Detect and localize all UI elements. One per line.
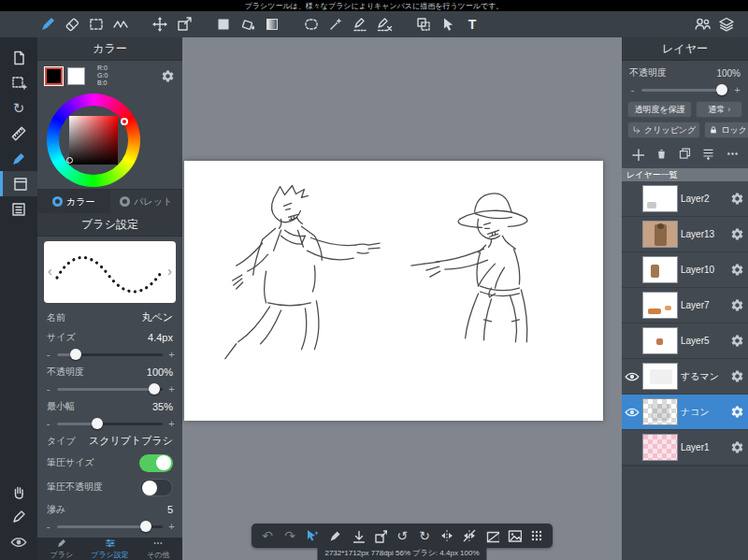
size-minus[interactable]: - xyxy=(45,349,51,360)
layer-settings-gear-icon[interactable] xyxy=(730,405,744,419)
next-brush-chevron[interactable]: › xyxy=(167,264,172,279)
rotate-ccw-button[interactable]: ↺ xyxy=(391,524,413,548)
blend-mode-button[interactable]: 通常 › xyxy=(696,101,742,118)
stylus-settings-button[interactable] xyxy=(0,504,37,529)
layer-opacity-slider[interactable] xyxy=(641,89,728,92)
layer-row-layer7[interactable]: Layer7 xyxy=(622,288,748,323)
opacity-minus[interactable]: - xyxy=(45,383,51,395)
tab-other[interactable]: その他 xyxy=(134,538,182,560)
export-canvas-button[interactable] xyxy=(172,13,196,36)
layer-settings-gear-icon[interactable] xyxy=(730,227,744,241)
layer-settings-gear-icon[interactable] xyxy=(730,334,744,348)
layer-opacity-plus[interactable]: + xyxy=(734,84,741,95)
min-width-slider[interactable] xyxy=(57,423,163,425)
flip-horizontal-button[interactable] xyxy=(436,524,458,548)
bleed-plus[interactable]: + xyxy=(168,521,175,532)
collaboration-button[interactable] xyxy=(690,13,714,36)
sv-indicator[interactable] xyxy=(66,157,73,164)
material-panel-button[interactable] xyxy=(0,196,37,222)
saturation-value-square[interactable] xyxy=(69,116,118,165)
size-plus[interactable]: + xyxy=(168,349,175,360)
clipping-button[interactable]: クリッピング xyxy=(627,122,700,138)
drawing-canvas[interactable] xyxy=(184,161,603,421)
flip-disabled-button[interactable] xyxy=(458,524,481,548)
text-tool-button[interactable]: T xyxy=(460,13,484,36)
brush-preview[interactable]: ‹ › xyxy=(44,241,176,303)
minwidth-plus[interactable]: + xyxy=(168,418,175,429)
minwidth-minus[interactable]: - xyxy=(45,418,51,429)
layer-row-layer13[interactable]: Layer13 xyxy=(622,217,748,252)
color-panel-button[interactable] xyxy=(0,171,37,196)
pen-quick-button[interactable] xyxy=(324,524,346,548)
save-button[interactable] xyxy=(346,524,368,548)
bleed-minus[interactable]: - xyxy=(45,521,51,532)
export-quick-button[interactable] xyxy=(368,524,391,548)
layer-row-layer5[interactable]: Layer5 xyxy=(622,323,748,359)
add-layer-icon[interactable] xyxy=(630,147,644,161)
visibility-eye-icon[interactable] xyxy=(624,405,640,420)
gradient-tool-button[interactable] xyxy=(260,13,284,36)
delete-layer-icon[interactable] xyxy=(654,147,669,161)
new-canvas-button[interactable] xyxy=(0,45,37,70)
transform-tool-button[interactable] xyxy=(411,13,436,36)
select-expand-button[interactable] xyxy=(0,70,37,95)
tab-brush-settings[interactable]: ブラシ設定 xyxy=(86,538,135,560)
lock-button[interactable]: ロック xyxy=(704,122,748,138)
tab-brush[interactable]: ブラシ xyxy=(37,538,86,560)
pressure-size-toggle[interactable] xyxy=(139,454,173,472)
layer-settings-gear-icon[interactable] xyxy=(730,298,744,312)
color-wheel[interactable] xyxy=(47,93,140,187)
more-options-icon[interactable] xyxy=(726,147,740,161)
material-image-button[interactable] xyxy=(503,524,525,548)
hand-tool-button[interactable] xyxy=(0,479,37,504)
opacity-plus[interactable]: + xyxy=(168,383,175,395)
move-tool-button[interactable] xyxy=(148,13,172,36)
operation-select-tool-button[interactable] xyxy=(436,13,460,36)
select-pen-tool-button[interactable] xyxy=(348,13,372,36)
layer-settings-gear-icon[interactable] xyxy=(730,192,744,206)
eraser-tool-button[interactable] xyxy=(60,13,84,36)
fill-rect-tool-button[interactable] xyxy=(211,13,236,36)
undo-button[interactable]: ↶ xyxy=(256,524,279,548)
prev-brush-chevron[interactable]: ‹ xyxy=(48,264,52,279)
brush-opacity-slider[interactable] xyxy=(57,388,163,391)
protect-alpha-button[interactable]: 透明度を保護 xyxy=(627,101,692,118)
redo-button[interactable]: ↷ xyxy=(279,524,301,548)
bleed-slider[interactable] xyxy=(57,525,163,528)
brush-tool-button[interactable] xyxy=(36,13,60,36)
layer-row-layer10[interactable]: Layer10 xyxy=(622,252,748,288)
layer-opacity-minus[interactable]: - xyxy=(629,84,636,95)
brush-size-slider[interactable] xyxy=(57,353,163,356)
lasso-select-tool-button[interactable] xyxy=(299,13,324,36)
preview-eye-button[interactable] xyxy=(0,529,37,554)
layer-settings-gear-icon[interactable] xyxy=(730,440,744,454)
tab-palette[interactable]: パレット xyxy=(110,190,183,213)
hue-indicator[interactable] xyxy=(121,118,128,125)
rotate-cw-button[interactable]: ↻ xyxy=(413,524,436,548)
layer-settings-gear-icon[interactable] xyxy=(730,369,744,383)
layer-row-nakon-selected[interactable]: ナコン xyxy=(622,395,748,430)
brush-panel-button[interactable] xyxy=(0,146,37,171)
grid-snap-button[interactable] xyxy=(525,524,548,548)
visibility-eye-icon[interactable] xyxy=(624,369,640,384)
layer-row-suruman[interactable]: するマン xyxy=(622,359,748,395)
layers-panel-toggle-button[interactable] xyxy=(714,13,739,36)
pressure-opacity-toggle[interactable] xyxy=(139,479,173,496)
clear-canvas-button[interactable] xyxy=(481,524,503,548)
duplicate-layer-icon[interactable] xyxy=(678,147,692,161)
snap-tool-button[interactable] xyxy=(301,524,324,548)
rect-select-tool-button[interactable] xyxy=(84,13,108,36)
merge-layer-icon[interactable] xyxy=(701,147,715,161)
magic-wand-tool-button[interactable] xyxy=(324,13,348,36)
select-eraser-tool-button[interactable] xyxy=(372,13,396,36)
layer-settings-gear-icon[interactable] xyxy=(730,263,744,277)
reset-view-button[interactable]: ↻ xyxy=(0,95,37,121)
tab-color[interactable]: カラー xyxy=(37,190,110,213)
primary-color-swatch[interactable] xyxy=(45,67,63,85)
ruler-button[interactable] xyxy=(0,121,37,146)
color-settings-gear-icon[interactable] xyxy=(161,69,175,83)
layer-row-layer2[interactable]: Layer2 xyxy=(622,181,748,217)
secondary-color-swatch[interactable] xyxy=(67,67,85,85)
bucket-tool-button[interactable] xyxy=(236,13,260,36)
curve-brush-tool-button[interactable] xyxy=(108,13,133,36)
